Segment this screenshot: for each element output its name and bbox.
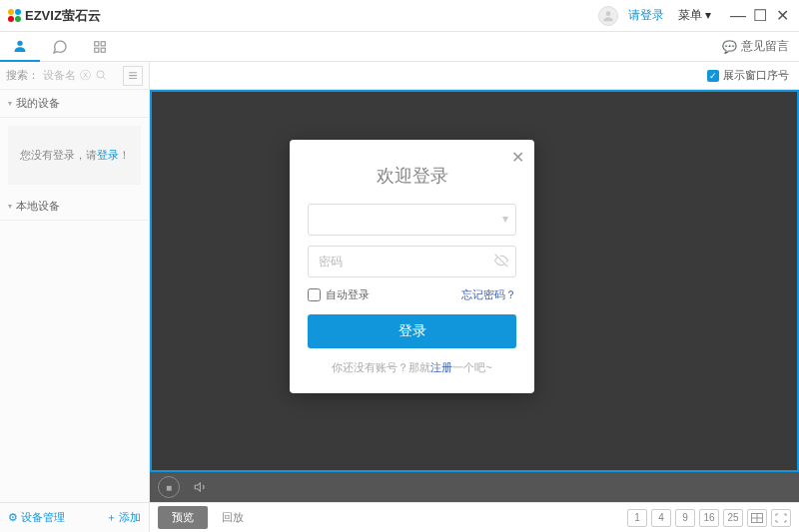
svg-point-1 xyxy=(17,40,22,45)
main-header: ✓ 展示窗口序号 xyxy=(150,62,799,90)
svg-point-0 xyxy=(605,11,610,16)
clear-icon[interactable]: ⓧ xyxy=(80,68,91,83)
login-modal: ✕ 欢迎登录 ▾ 自动登录 忘记密码？ 登录 你还没有账号？那就注册一个吧~ xyxy=(290,140,534,393)
svg-point-6 xyxy=(97,71,104,78)
sidebar: 搜索： 设备名 ⓧ ≡ 我的设备 您没有登录，请登录！ 本地设备 ⚙ 设备管理 … xyxy=(0,62,150,532)
gear-icon: ⚙ xyxy=(8,511,18,524)
layout-1[interactable]: 1 xyxy=(627,509,647,527)
app-logo: EZVIZ萤石云 xyxy=(8,7,101,25)
search-label: 搜索： xyxy=(6,68,39,83)
minimize-button[interactable]: — xyxy=(729,7,747,25)
app-title: EZVIZ萤石云 xyxy=(25,7,101,25)
layout-25[interactable]: 25 xyxy=(723,509,743,527)
device-mgmt-link[interactable]: ⚙ 设备管理 xyxy=(8,510,65,525)
svg-rect-2 xyxy=(95,41,99,45)
section-local-devices[interactable]: 本地设备 xyxy=(0,193,149,221)
feedback-link[interactable]: 💬 意见留言 xyxy=(722,38,789,55)
svg-line-7 xyxy=(103,77,105,79)
layout-16[interactable]: 16 xyxy=(699,509,719,527)
login-link[interactable]: 请登录 xyxy=(628,7,664,24)
sub-toolbar: 💬 意见留言 xyxy=(0,32,799,62)
username-input[interactable] xyxy=(308,204,516,236)
tab-playback[interactable]: 回放 xyxy=(208,506,258,529)
register-row: 你还没有账号？那就注册一个吧~ xyxy=(308,360,516,375)
avatar[interactable] xyxy=(598,6,618,26)
check-icon: ✓ xyxy=(707,70,719,82)
fullscreen-icon[interactable] xyxy=(771,509,791,527)
volume-button[interactable] xyxy=(190,476,212,498)
maximize-button[interactable]: ☐ xyxy=(751,7,769,25)
menu-button[interactable]: 菜单 ▾ xyxy=(678,7,711,24)
tab-preview[interactable]: 预览 xyxy=(158,506,208,529)
show-window-index-toggle[interactable]: ✓ 展示窗口序号 xyxy=(707,68,789,83)
modal-close-icon[interactable]: ✕ xyxy=(511,148,524,167)
chat-icon: 💬 xyxy=(722,40,737,54)
close-button[interactable]: ✕ xyxy=(773,7,791,25)
logo-icon xyxy=(8,9,21,22)
tab-messages[interactable] xyxy=(40,32,80,62)
modal-title: 欢迎登录 xyxy=(308,164,516,188)
video-controls: ■ xyxy=(150,472,799,502)
stop-button[interactable]: ■ xyxy=(158,476,180,498)
section-my-devices[interactable]: 我的设备 xyxy=(0,90,149,118)
svg-marker-8 xyxy=(195,483,200,491)
login-button[interactable]: 登录 xyxy=(308,314,516,348)
sidebar-login-prompt: 您没有登录，请登录！ xyxy=(8,126,141,185)
search-placeholder: 设备名 xyxy=(43,68,76,83)
modal-options-row: 自动登录 忘记密码？ xyxy=(308,287,516,302)
main-footer: 预览 回放 1 4 9 16 25 xyxy=(150,502,799,532)
layout-grid-icon[interactable] xyxy=(747,509,767,527)
search-row: 搜索： 设备名 ⓧ ≡ xyxy=(0,62,149,90)
titlebar: EZVIZ萤石云 请登录 菜单 ▾ — ☐ ✕ xyxy=(0,0,799,32)
tab-contacts[interactable] xyxy=(0,32,40,62)
auto-login-checkbox[interactable]: 自动登录 xyxy=(308,287,370,302)
add-button[interactable]: ＋ 添加 xyxy=(106,510,141,525)
search-icon[interactable] xyxy=(95,67,107,85)
chevron-down-icon[interactable]: ▾ xyxy=(502,212,508,226)
layout-9[interactable]: 9 xyxy=(675,509,695,527)
svg-rect-5 xyxy=(101,48,105,52)
tab-apps[interactable] xyxy=(80,32,120,62)
sidebar-bottom: ⚙ 设备管理 ＋ 添加 xyxy=(0,502,149,532)
eye-icon[interactable] xyxy=(494,254,508,270)
svg-rect-3 xyxy=(101,41,105,45)
hamburger-icon[interactable]: ≡ xyxy=(123,66,143,86)
layout-4[interactable]: 4 xyxy=(651,509,671,527)
username-field-wrap: ▾ xyxy=(308,204,516,236)
register-link[interactable]: 注册 xyxy=(430,361,452,373)
plus-icon: ＋ xyxy=(106,510,117,525)
svg-rect-4 xyxy=(95,48,99,52)
sidebar-login-link[interactable]: 登录 xyxy=(97,149,119,161)
forgot-password-link[interactable]: 忘记密码？ xyxy=(461,287,516,302)
password-field-wrap xyxy=(308,246,516,277)
password-input[interactable] xyxy=(308,246,516,277)
